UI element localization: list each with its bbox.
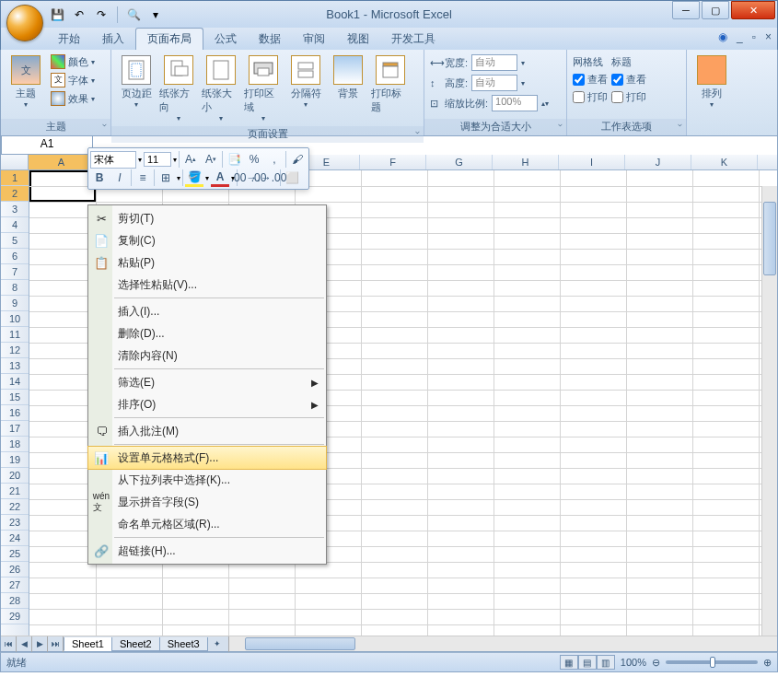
new-sheet-button[interactable]: ✦: [207, 636, 229, 652]
theme-colors-button[interactable]: 颜色▾: [49, 53, 97, 70]
format-painter-icon[interactable]: 🖌: [288, 150, 307, 169]
headings-view-checkbox[interactable]: 查看: [611, 73, 646, 87]
margins-button[interactable]: 页边距▾: [117, 53, 156, 109]
comma-icon[interactable]: ,: [265, 150, 284, 169]
context-hyperlink[interactable]: 🔗超链接(H)...: [88, 540, 326, 562]
help-icon[interactable]: ◉: [718, 30, 727, 43]
context-filter[interactable]: 筛选(E)▶: [88, 371, 326, 393]
gridlines-print-checkbox[interactable]: 打印: [573, 90, 608, 104]
row-header[interactable]: 1: [1, 170, 29, 186]
context-sort[interactable]: 排序(O)▶: [88, 393, 326, 415]
context-paste[interactable]: 📋粘贴(P): [88, 251, 326, 274]
tab-page-layout[interactable]: 页面布局: [135, 28, 203, 50]
zoom-out-button[interactable]: ⊖: [652, 657, 660, 669]
row-header[interactable]: 22: [1, 499, 29, 515]
row-header[interactable]: 11: [1, 327, 29, 343]
font-color-icon[interactable]: A: [211, 169, 229, 187]
tab-insert[interactable]: 插入: [91, 29, 135, 50]
theme-effects-button[interactable]: 效果▾: [49, 90, 97, 107]
context-copy[interactable]: 📄复制(C): [88, 229, 326, 251]
context-paste-special[interactable]: 选择性粘贴(V)...: [88, 274, 326, 296]
row-header[interactable]: 5: [1, 233, 29, 249]
sheet-tab[interactable]: Sheet1: [64, 637, 112, 651]
mini-size-combo[interactable]: 11: [144, 152, 171, 167]
row-header[interactable]: 25: [1, 546, 29, 562]
row-header[interactable]: 16: [1, 405, 29, 421]
vertical-scroll-thumb[interactable]: [763, 202, 776, 275]
row-header[interactable]: 14: [1, 374, 29, 390]
print-area-button[interactable]: 打印区域▾: [244, 53, 283, 122]
ribbon-minimize-icon[interactable]: _: [737, 30, 743, 43]
zoom-thumb[interactable]: [710, 657, 715, 668]
row-header[interactable]: 2: [1, 186, 29, 202]
print-preview-icon[interactable]: 🔍: [125, 6, 142, 23]
context-clear[interactable]: 清除内容(N): [88, 344, 326, 367]
tab-view[interactable]: 视图: [336, 29, 380, 50]
gridlines-view-checkbox[interactable]: 查看: [573, 73, 608, 87]
increase-decimal-icon[interactable]: .0→.00: [260, 169, 278, 187]
save-icon[interactable]: 💾: [49, 6, 65, 23]
fill-color-icon[interactable]: 🪣: [185, 169, 203, 187]
row-header[interactable]: 20: [1, 468, 29, 484]
row-header[interactable]: 27: [1, 578, 29, 593]
mini-font-combo[interactable]: 宋体: [90, 151, 136, 169]
zoom-in-button[interactable]: ⊕: [763, 657, 772, 669]
column-header[interactable]: I: [559, 155, 625, 169]
column-header[interactable]: F: [360, 155, 426, 169]
redo-icon[interactable]: ↷: [93, 6, 110, 23]
normal-view-button[interactable]: ▦: [560, 655, 578, 670]
tab-review[interactable]: 审阅: [292, 29, 336, 50]
column-header[interactable]: G: [426, 155, 493, 169]
horizontal-scrollbar[interactable]: [229, 636, 777, 651]
print-titles-button[interactable]: 打印标题: [371, 53, 410, 114]
row-header[interactable]: 17: [1, 421, 29, 437]
context-format-cells[interactable]: 📊设置单元格格式(F)...: [88, 447, 326, 469]
tab-data[interactable]: 数据: [248, 29, 292, 50]
zoom-level[interactable]: 100%: [621, 657, 646, 668]
context-name-range[interactable]: 命名单元格区域(R)...: [88, 513, 326, 535]
accounting-format-icon[interactable]: 📑: [225, 150, 243, 169]
column-header[interactable]: K: [691, 155, 758, 169]
tab-developer[interactable]: 开发工具: [380, 29, 447, 50]
horizontal-scroll-thumb[interactable]: [245, 637, 355, 650]
width-input[interactable]: 自动: [471, 54, 517, 71]
column-header[interactable]: H: [493, 155, 559, 169]
context-insert[interactable]: 插入(I)...: [88, 300, 326, 322]
row-header[interactable]: 29: [1, 609, 29, 624]
background-button[interactable]: 背景: [329, 53, 367, 100]
workbook-close-icon[interactable]: ×: [765, 30, 772, 43]
row-header[interactable]: 24: [1, 531, 29, 546]
column-header[interactable]: J: [625, 155, 691, 169]
row-header[interactable]: 21: [1, 484, 29, 499]
row-header[interactable]: 28: [1, 593, 29, 609]
breaks-button[interactable]: 分隔符▾: [286, 53, 325, 109]
bold-icon[interactable]: B: [90, 169, 109, 187]
themes-button[interactable]: 文 主题 ▾: [6, 53, 45, 109]
borders-icon[interactable]: ⊞: [157, 169, 175, 187]
qat-dropdown-icon[interactable]: ▾: [147, 6, 164, 23]
sheet-tab[interactable]: Sheet3: [159, 637, 208, 651]
row-header[interactable]: 18: [1, 437, 29, 452]
sheet-tab[interactable]: Sheet2: [111, 637, 160, 651]
row-header[interactable]: 3: [1, 202, 29, 217]
percent-icon[interactable]: %: [245, 150, 263, 169]
arrange-button[interactable]: 排列▾: [692, 53, 731, 109]
center-icon[interactable]: ≡: [134, 169, 152, 187]
column-header[interactable]: A: [29, 155, 95, 169]
page-break-view-button[interactable]: ▥: [597, 655, 615, 670]
context-dropdown-list[interactable]: 从下拉列表中选择(K)...: [88, 469, 326, 491]
increase-font-icon[interactable]: A▴: [181, 150, 200, 169]
sheet-nav-next[interactable]: ▶: [32, 636, 48, 652]
sheet-nav-first[interactable]: ⏮: [1, 636, 17, 652]
maximize-button[interactable]: ▢: [702, 1, 729, 19]
row-header[interactable]: 15: [1, 390, 29, 405]
close-button[interactable]: ✕: [731, 1, 775, 19]
minimize-button[interactable]: ─: [672, 1, 700, 19]
row-header[interactable]: 19: [1, 452, 29, 468]
height-input[interactable]: 自动: [471, 75, 517, 91]
context-insert-comment[interactable]: 🗨插入批注(M): [88, 420, 326, 442]
row-header[interactable]: 4: [1, 217, 29, 233]
size-button[interactable]: 纸张大小▾: [202, 53, 240, 122]
headings-print-checkbox[interactable]: 打印: [611, 90, 646, 104]
select-all-corner[interactable]: [1, 155, 29, 169]
